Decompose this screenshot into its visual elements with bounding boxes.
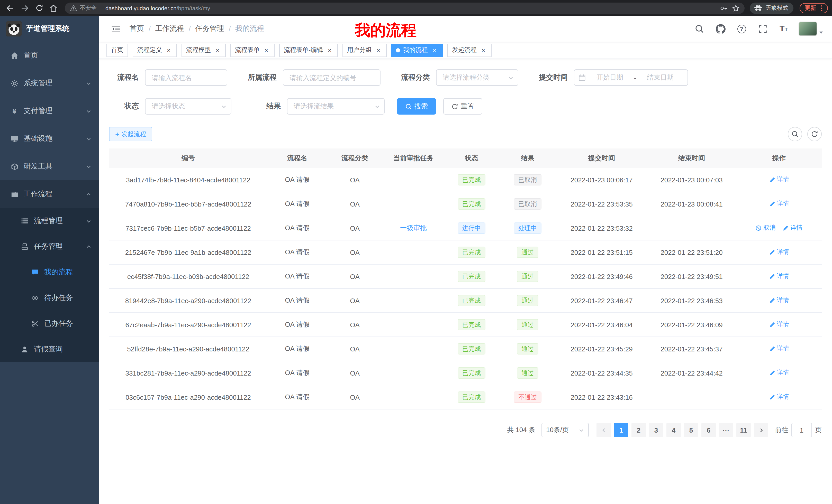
detail-link[interactable]: 详情 — [769, 248, 789, 257]
reset-button[interactable]: 重置 — [443, 98, 482, 115]
detail-link[interactable]: 详情 — [782, 224, 802, 232]
tab-close-icon[interactable]: × — [480, 47, 487, 54]
sidebar-item-workflow[interactable]: 工作流程 — [0, 180, 99, 208]
page-button[interactable]: 4 — [667, 423, 681, 437]
row-current-task — [383, 192, 444, 216]
sidebar-item-home[interactable]: 首页 — [0, 41, 99, 69]
page-button[interactable]: 11 — [736, 423, 751, 437]
category-select[interactable]: 请选择流程分类 — [436, 69, 518, 86]
detail-link[interactable]: 详情 — [769, 344, 789, 353]
sidebar-toggle-button[interactable] — [107, 20, 125, 37]
tab-user-group[interactable]: 用户分组× — [342, 44, 387, 57]
user-menu[interactable] — [799, 22, 824, 36]
detail-link[interactable]: 详情 — [769, 272, 789, 281]
fullscreen-button[interactable] — [756, 23, 769, 35]
update-button[interactable]: 更新 — [800, 3, 828, 13]
chevron-down-icon — [578, 427, 584, 433]
tab-process-form[interactable]: 流程表单× — [230, 44, 275, 57]
sidebar-item-done-tasks[interactable]: 已办任务 — [0, 311, 99, 337]
cancel-link[interactable]: 取消 — [756, 224, 776, 232]
detail-label: 详情 — [777, 320, 789, 329]
page-button[interactable]: 5 — [684, 423, 698, 437]
page-button[interactable]: 6 — [701, 423, 716, 437]
page-button[interactable]: 3 — [649, 423, 663, 437]
tab-close-icon[interactable]: × — [263, 47, 270, 54]
tab-close-icon[interactable]: × — [326, 47, 333, 54]
tab-my-process[interactable]: 我的流程× — [391, 44, 443, 57]
detail-label: 详情 — [790, 224, 802, 232]
goto-page-input[interactable] — [791, 423, 812, 437]
app-logo[interactable]: 芋道管理系统 — [0, 16, 99, 41]
home-button[interactable] — [47, 2, 60, 14]
show-search-button[interactable] — [788, 127, 802, 141]
page-button[interactable]: 1 — [614, 423, 628, 437]
detail-link[interactable]: 详情 — [769, 320, 789, 329]
row-process-name: OA 请假 — [267, 361, 327, 385]
sidebar-item-payment[interactable]: ¥ 支付管理 — [0, 97, 99, 125]
tab-home[interactable]: 首页 — [106, 44, 128, 57]
header-search-button[interactable] — [693, 23, 705, 35]
password-key-icon[interactable] — [720, 4, 727, 11]
page-ellipsis[interactable]: ··· — [719, 423, 733, 437]
sidebar-item-system[interactable]: 系统管理 — [0, 69, 99, 97]
next-page-button[interactable] — [754, 423, 768, 437]
tab-process-model[interactable]: 流程模型× — [182, 44, 226, 57]
search-button[interactable]: 搜索 — [397, 98, 436, 115]
detail-link[interactable]: 详情 — [769, 200, 789, 208]
start-process-button[interactable]: + 发起流程 — [109, 127, 152, 141]
status-tag: 已完成 — [458, 174, 486, 186]
current-task-link[interactable]: 一级审批 — [400, 224, 427, 232]
breadcrumb-workflow[interactable]: 工作流程 — [155, 24, 184, 33]
sidebar-item-process-management[interactable]: 流程管理 — [0, 208, 99, 234]
page-button[interactable]: 2 — [631, 423, 646, 437]
detail-link[interactable]: 详情 — [769, 175, 789, 184]
tab-process-form-edit[interactable]: 流程表单-编辑× — [279, 44, 338, 57]
sidebar-item-todo-tasks[interactable]: 待办任务 — [0, 285, 99, 311]
sidebar-item-devtools[interactable]: 研发工具 — [0, 152, 99, 180]
breadcrumb-separator: / — [149, 25, 151, 33]
detail-link[interactable]: 详情 — [769, 369, 789, 377]
chevron-down-icon — [86, 164, 92, 169]
process-definition-input[interactable] — [283, 69, 381, 86]
row-id: ec45f38f-7b9a-11ec-b03b-acde48001122 — [109, 264, 267, 288]
menu-dots-icon[interactable] — [818, 4, 825, 11]
breadcrumb-home[interactable]: 首页 — [130, 24, 144, 33]
process-name-input[interactable] — [145, 69, 227, 86]
tab-close-icon[interactable]: × — [214, 47, 221, 54]
tab-start-process[interactable]: 发起流程× — [447, 44, 492, 57]
tab-close-icon[interactable]: × — [375, 47, 382, 54]
bookmark-star-icon[interactable] — [732, 4, 739, 11]
sidebar-item-my-process[interactable]: 我的流程 — [0, 259, 99, 285]
address-bar[interactable]: 不安全 dashboard.yudao.iocoder.cn/bpm/task/… — [65, 2, 745, 13]
row-id: 03c6c157-7b9a-11ec-a290-acde48001122 — [109, 385, 267, 409]
font-size-button[interactable]: TT — [778, 23, 790, 35]
url-path: /bpm/task/my — [176, 5, 210, 11]
forward-button[interactable] — [19, 2, 31, 14]
detail-link[interactable]: 详情 — [769, 393, 789, 401]
sidebar-item-task-management[interactable]: 任务管理 — [0, 234, 99, 259]
page-size-select[interactable]: 10条/页 — [542, 423, 589, 437]
refresh-table-button[interactable] — [807, 127, 822, 141]
back-button[interactable] — [4, 2, 17, 14]
help-button[interactable]: ? — [735, 23, 748, 35]
submit-time-range-picker[interactable]: 开始日期 - 结束日期 — [574, 69, 688, 86]
tab-close-icon[interactable]: × — [165, 47, 172, 54]
tab-close-icon[interactable]: × — [431, 47, 438, 54]
detail-link[interactable]: 详情 — [769, 296, 789, 305]
row-process-name: OA 请假 — [267, 288, 327, 313]
reload-button[interactable] — [33, 2, 45, 14]
detail-label: 详情 — [777, 175, 789, 184]
sidebar-item-leave-query[interactable]: 请假查询 — [0, 337, 99, 362]
page-content: 流程名 所属流程 流程分类 请选择流程分类 — [99, 59, 832, 504]
sidebar-item-infrastructure[interactable]: 基础设施 — [0, 125, 99, 152]
tab-process-definition[interactable]: 流程定义× — [133, 44, 177, 57]
prev-page-button[interactable] — [597, 423, 611, 437]
breadcrumb-task-management[interactable]: 任务管理 — [196, 24, 224, 33]
select-placeholder: 请选择流程分类 — [443, 73, 490, 82]
row-actions: 详情 — [736, 313, 822, 337]
result-select[interactable]: 请选择流结果 — [287, 98, 385, 115]
navbar-tools: ? TT — [693, 22, 824, 36]
sidebar-item-label: 请假查询 — [34, 345, 63, 354]
status-select[interactable]: 请选择状态 — [145, 98, 231, 115]
github-button[interactable] — [714, 23, 727, 35]
